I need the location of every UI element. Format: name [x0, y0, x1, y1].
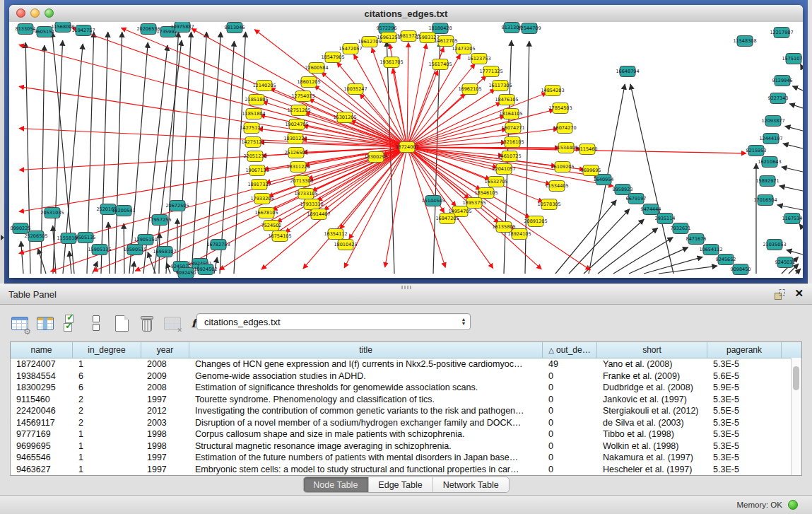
graph-node[interactable]: 12905150: [134, 235, 157, 245]
graph-node[interactable]: 10654112: [699, 245, 722, 255]
graph-node[interactable]: 7524502: [261, 221, 282, 231]
float-panel-icon[interactable]: [775, 289, 785, 300]
table-selector-dropdown[interactable]: citations_edges.txt ▲▼: [196, 313, 471, 330]
table-row[interactable]: 911546021997Tourette syndrome. Phenomeno…: [11, 394, 801, 406]
graph-node[interactable]: 18547905: [321, 52, 344, 63]
graph-node[interactable]: 12751205: [287, 105, 310, 116]
graph-node[interactable]: 22600584: [305, 63, 328, 74]
create-column-button[interactable]: [110, 312, 133, 334]
graph-node[interactable]: 8133054: [16, 24, 36, 35]
graph-node[interactable]: 16648794: [616, 66, 639, 77]
graph-node[interactable]: 8813046: [225, 23, 245, 33]
graph-node[interactable]: 21035053: [763, 240, 786, 250]
divider-grip[interactable]: [401, 286, 411, 289]
graph-node[interactable]: 22051230: [243, 151, 266, 162]
graph-node[interactable]: 6679197: [626, 194, 647, 204]
select-rows-button[interactable]: ✓✓: [59, 312, 82, 334]
graph-node[interactable]: 18546105: [474, 188, 498, 199]
graph-node[interactable]: 9129946: [772, 76, 793, 86]
graph-node[interactable]: 13216105: [500, 137, 524, 148]
column-header-in-degree[interactable]: in_degree: [73, 342, 141, 358]
graph-node[interactable]: 19361705: [379, 57, 403, 68]
window-titlebar[interactable]: citations_edges.txt: [9, 5, 803, 23]
graph-node[interactable]: 11534405: [545, 181, 568, 192]
graph-node[interactable]: 15472057: [339, 44, 362, 54]
graph-node[interactable]: 16109205: [551, 162, 574, 173]
graph-node[interactable]: 16117305: [488, 81, 512, 91]
graph-node[interactable]: 16123753: [467, 54, 490, 64]
graph-node[interactable]: 15751074: [782, 54, 803, 64]
graph-node[interactable]: 18311220: [286, 162, 310, 173]
column-header-out-de-[interactable]: △out_de…: [543, 342, 597, 358]
graph-node[interactable]: 16532705: [484, 177, 507, 187]
minimize-window-button[interactable]: [30, 8, 40, 18]
graph-node[interactable]: 9245032: [775, 257, 796, 268]
show-columns-button[interactable]: [34, 312, 57, 334]
close-panel-icon[interactable]: ✕: [794, 287, 804, 300]
graph-node[interactable]: 16782753: [206, 240, 230, 250]
graph-node[interactable]: 8990225: [11, 223, 31, 234]
graph-node[interactable]: 17854503: [548, 103, 572, 114]
graph-node[interactable]: 1167534: [782, 214, 803, 224]
graph-node[interactable]: 16210643: [758, 157, 781, 168]
table-row[interactable]: 2242004622012Investigating the contribut…: [11, 405, 801, 417]
graph-node[interactable]: 9699695: [581, 165, 601, 176]
graph-node[interactable]: 12093877: [761, 116, 784, 127]
graph-node[interactable]: 12473205: [452, 44, 475, 54]
graph-node[interactable]: 17771325: [479, 66, 502, 77]
toggle-panel-button[interactable]: [85, 312, 107, 334]
graph-node[interactable]: 11851804: [242, 109, 265, 119]
graph-node[interactable]: 2935114: [655, 214, 676, 224]
table-row[interactable]: 946554611997Estimation of the future num…: [11, 452, 801, 464]
table-scrollbar-thumb[interactable]: [793, 366, 799, 390]
tab-edge-table[interactable]: Edge Table: [368, 477, 433, 492]
graph-node[interactable]: 12217987: [770, 28, 793, 38]
graph-node[interactable]: 9227343: [768, 93, 789, 104]
graph-node[interactable]: 16074270: [553, 123, 576, 134]
graph-node[interactable]: 19067133: [245, 165, 269, 176]
graph-node[interactable]: 16754105: [268, 231, 291, 242]
graph-node[interactable]: 17016504: [753, 195, 777, 206]
tab-network-table[interactable]: Network Table: [433, 477, 509, 492]
graph-node[interactable]: 8471676: [686, 234, 707, 245]
tab-node-table[interactable]: Node Table: [303, 477, 368, 492]
graph-node[interactable]: 16074271: [501, 123, 524, 134]
graph-node[interactable]: 20891205: [524, 216, 547, 227]
graph-node[interactable]: 14854203: [541, 86, 564, 96]
close-window-button[interactable]: [16, 8, 25, 18]
column-header-pagerank[interactable]: pagerank: [707, 342, 782, 358]
graph-node[interactable]: 20713305: [290, 176, 313, 187]
table-row[interactable]: 1456911722003Disruption of a novel membe…: [11, 417, 801, 429]
graph-node[interactable]: 8215953: [746, 146, 767, 156]
network-canvas[interactable]: 8133054960515111568009119427572020653617…: [9, 22, 803, 278]
graph-node[interactable]: 14275122: [241, 137, 264, 148]
graph-node[interactable]: 18917337: [247, 180, 271, 190]
table-row[interactable]: 1872400712008Changes of HCN gene express…: [11, 358, 801, 370]
column-header-short[interactable]: short: [597, 342, 707, 358]
graph-node[interactable]: 11534409: [554, 143, 577, 153]
column-header-title[interactable]: title: [189, 342, 543, 358]
graph-node[interactable]: 18601205: [297, 77, 320, 88]
table-scrollbar[interactable]: [791, 358, 801, 475]
column-header-year[interactable]: year: [141, 342, 189, 358]
table-row[interactable]: 946362711997Embryonic stem cells: a mode…: [11, 464, 801, 476]
graph-node[interactable]: 10035247: [343, 84, 367, 95]
graph-node[interactable]: 10590515: [123, 245, 146, 255]
graph-node[interactable]: 9245652: [716, 255, 736, 265]
delete-column-button[interactable]: [136, 312, 158, 334]
graph-node[interactable]: 9092450: [176, 268, 196, 279]
graph-node[interactable]: 14610725: [498, 151, 521, 162]
table-row[interactable]: 1830029562008Estimation of significance …: [11, 382, 801, 394]
graph-node[interactable]: 17957255: [148, 215, 171, 226]
graph-node[interactable]: 7932621: [671, 223, 691, 234]
graph-node[interactable]: 19024705: [285, 119, 308, 130]
graph-node[interactable]: 9505135: [76, 233, 96, 243]
graph-node[interactable]: 16962105: [458, 84, 481, 95]
graph-node[interactable]: 25126505: [284, 148, 307, 158]
column-header-name[interactable]: name: [11, 342, 73, 358]
graph-node[interactable]: 15892971: [755, 176, 779, 187]
graph-node[interactable]: 16354112: [324, 229, 347, 240]
zoom-window-button[interactable]: [45, 8, 54, 18]
graph-node[interactable]: 22041057: [492, 164, 515, 175]
table-row[interactable]: 1938455462009Genome-wide association stu…: [11, 370, 801, 382]
